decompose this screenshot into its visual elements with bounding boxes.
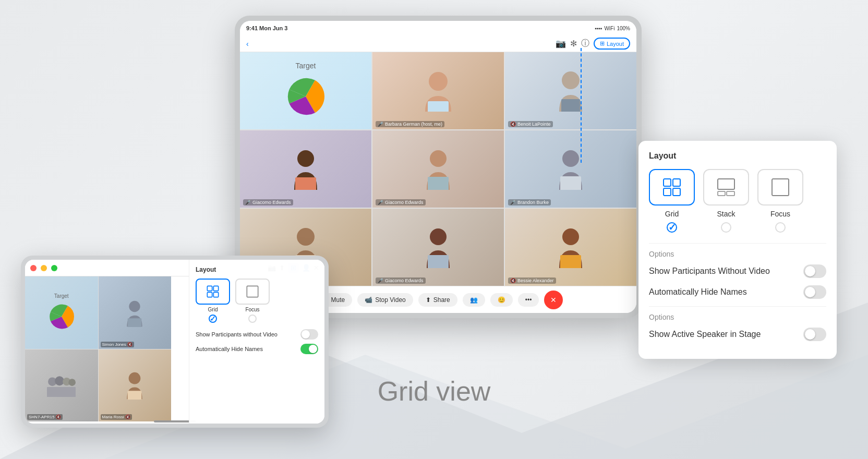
layout-stack-box <box>703 169 749 206</box>
participant-label-5: 🎤 Brandon Burke <box>508 199 551 206</box>
svg-rect-16 <box>428 255 449 268</box>
participant-label-3: 🎤 Giacomo Edwards <box>243 199 293 206</box>
layout-option-focus[interactable]: Focus <box>757 169 803 233</box>
small-video-panel: Target <box>25 276 171 421</box>
emoji-button[interactable]: 😊 <box>490 293 513 307</box>
video-cell-5: 🎤 Brandon Burke <box>505 130 636 208</box>
svg-point-30 <box>55 377 64 386</box>
participant-video-4 <box>372 130 504 208</box>
svg-rect-12 <box>560 176 581 190</box>
minimize-window-button[interactable] <box>41 265 47 271</box>
grid-icon: ⊞ <box>600 40 605 47</box>
small-video-cell-0: Target <box>25 276 98 349</box>
participant-video-3 <box>240 130 371 208</box>
participant-name-8: Bessie Alexander <box>517 278 554 283</box>
layout-button[interactable]: ⊞ Layout <box>594 38 630 50</box>
small-pie-chart <box>46 301 77 332</box>
participant-name-3: Giacomo Edwards <box>252 200 291 205</box>
simon-jones-label: Simon Jones 🔇 <box>101 342 134 347</box>
participant-video-8 <box>505 209 636 286</box>
small-opt-row-2: Automatically Hide Names <box>196 344 318 354</box>
svg-rect-40 <box>247 286 258 297</box>
svg-rect-26 <box>772 179 789 196</box>
small-ipad-screen: 📷 ⬆ ⊞ 👤 ✕ Target <box>25 260 324 424</box>
option-row-participants: Show Participants Without Video <box>649 264 826 278</box>
video-cell-4: 🎤 Giacomo Edwards <box>372 130 504 208</box>
pie-container: Target <box>240 52 371 129</box>
svg-point-27 <box>129 301 140 312</box>
mic-off-icon: 🔇 <box>510 122 516 127</box>
participant-label-8: 🔇 Bessie Alexander <box>508 277 556 284</box>
video-icon: 📹 <box>365 296 372 304</box>
mute-label: Mute <box>331 296 345 304</box>
participant-video-2 <box>505 52 636 129</box>
svg-rect-39 <box>213 292 218 297</box>
small-layout-option-grid[interactable]: Grid ✓ <box>196 279 230 323</box>
auto-hide-names-toggle[interactable] <box>803 285 826 299</box>
close-window-button[interactable] <box>30 265 37 271</box>
svg-rect-23 <box>718 179 734 189</box>
svg-rect-6 <box>561 99 580 112</box>
participant-name-5: Brandon Burke <box>517 200 549 205</box>
show-participants-toggle[interactable] <box>803 264 826 278</box>
svg-point-32 <box>69 379 76 386</box>
person-silhouette-3 <box>290 148 321 190</box>
svg-rect-25 <box>727 191 734 196</box>
participant-video-5 <box>505 130 636 208</box>
small-focus-box <box>235 279 270 305</box>
active-speaker-toggle[interactable] <box>803 328 826 341</box>
svg-point-11 <box>562 150 579 167</box>
small-video-grid: Target <box>25 276 171 421</box>
stack-radio <box>721 222 731 233</box>
status-bar: 9:41 Mon Jun 3 ▪▪▪▪ WiFi 100% <box>240 21 636 35</box>
svg-rect-8 <box>295 177 316 190</box>
small-grid-radio: ✓ <box>209 315 217 323</box>
layout-label: Layout <box>607 41 624 47</box>
grid-view-label: Grid view <box>378 376 491 407</box>
share-button[interactable]: ⬆ Share <box>418 293 457 307</box>
layout-panel-large: Layout Grid ✓ <box>638 141 837 359</box>
small-layout-option-focus[interactable]: Focus <box>235 279 270 323</box>
small-auto-hide-toggle[interactable] <box>300 344 318 354</box>
stop-video-button[interactable]: 📹 Stop Video <box>357 293 413 307</box>
focus-layout-icon <box>771 178 790 197</box>
person-silhouette-7 <box>423 226 454 268</box>
end-icon: ✕ <box>550 296 557 304</box>
maximize-window-button[interactable] <box>51 265 57 271</box>
group-label: SHN7-APR15 🔇 <box>27 414 63 420</box>
camera-icon: 📷 <box>556 39 566 49</box>
svg-point-34 <box>129 372 141 384</box>
svg-rect-28 <box>128 318 142 327</box>
small-layout-panel: Layout Grid <box>189 260 324 424</box>
participants-button[interactable]: 👥 <box>463 293 485 307</box>
svg-rect-35 <box>128 391 142 400</box>
svg-rect-18 <box>560 255 581 268</box>
layout-option-grid[interactable]: Grid ✓ <box>649 169 695 233</box>
stop-video-label: Stop Video <box>375 296 406 304</box>
small-show-participants-toggle[interactable] <box>300 329 318 340</box>
video-cell-8: 🔇 Bessie Alexander <box>505 209 636 286</box>
layout-focus-box <box>757 169 803 206</box>
participant-name-2: Benoit LaPointe <box>517 122 551 127</box>
small-ipad-body: Target <box>25 276 324 421</box>
back-button[interactable]: ‹ <box>246 40 249 48</box>
svg-rect-10 <box>428 177 449 190</box>
more-button[interactable]: ••• <box>518 293 539 307</box>
small-grid-box <box>196 279 230 305</box>
participant-label-2: 🔇 Benoit LaPointe <box>508 121 553 127</box>
layout-options: Grid ✓ Stack <box>649 169 826 233</box>
end-button[interactable]: ✕ <box>544 291 563 309</box>
svg-point-5 <box>562 71 580 89</box>
info-icon: ⓘ <box>581 38 589 49</box>
divider-2 <box>649 306 826 307</box>
small-focus-label: Focus <box>245 307 259 312</box>
small-layout-options: Grid ✓ Focus <box>196 279 318 323</box>
layout-panel-title: Layout <box>649 151 826 161</box>
maria-rossi-avatar <box>124 371 145 400</box>
mic-icon-4: 🎤 <box>378 200 383 205</box>
layout-option-stack[interactable]: Stack <box>703 169 749 233</box>
small-opt-row-1: Show Participants without Video <box>196 329 318 340</box>
svg-rect-4 <box>428 101 449 112</box>
window-controls <box>30 265 57 271</box>
bluetooth-icon: ✻ <box>570 39 577 49</box>
